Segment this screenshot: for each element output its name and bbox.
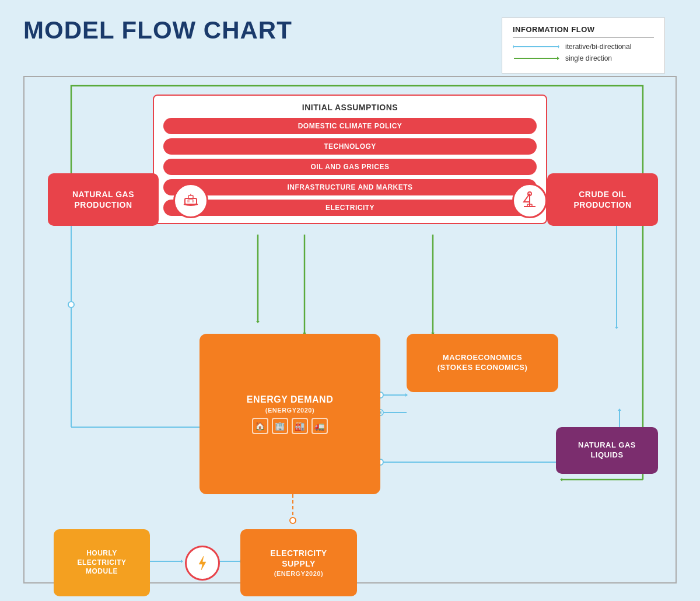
building-icon: 🏢 xyxy=(272,418,288,434)
energy-demand-label: ENERGY DEMAND xyxy=(247,394,333,406)
svg-marker-4 xyxy=(557,57,559,60)
svg-point-41 xyxy=(290,518,296,523)
page-title: MODEL FLOW CHART xyxy=(23,16,292,44)
assumption-technology: TECHNOLOGY xyxy=(163,138,537,155)
legend-label-blue: iterative/bi-directional xyxy=(565,43,631,51)
lightning-icon-circle xyxy=(185,546,220,581)
svg-point-29 xyxy=(68,302,74,308)
electricity-supply-box: ELECTRICITYSUPPLY (ENERGY2020) xyxy=(240,529,357,596)
lightning-icon xyxy=(193,554,212,572)
svg-marker-2 xyxy=(513,45,514,48)
crude-oil-production-box: CRUDE OILPRODUCTION xyxy=(547,173,658,226)
legend-item-green: single direction xyxy=(513,54,654,62)
svg-marker-1 xyxy=(558,45,559,48)
hourly-electricity-box: HOURLYELECTRICITYMODULE xyxy=(54,529,150,596)
single-direction-arrow-icon xyxy=(513,55,559,62)
page: MODEL FLOW CHART INFORMATION FLOW iterat… xyxy=(0,0,700,601)
ship-icon xyxy=(180,190,201,211)
home-icon: 🏠 xyxy=(252,418,268,434)
svg-marker-44 xyxy=(181,560,183,563)
natural-gas-production-label: NATURAL GASPRODUCTION xyxy=(72,189,134,210)
svg-rect-54 xyxy=(192,200,194,202)
legend-item-blue: iterative/bi-directional xyxy=(513,43,654,51)
ship-icon-circle xyxy=(173,183,208,218)
electricity-supply-label: ELECTRICITYSUPPLY xyxy=(270,548,327,569)
assumption-infrastructure: INFRASTRUCTURE AND MARKETS xyxy=(163,179,537,195)
diagram: INITIAL ASSUMPTIONS DOMESTIC CLIMATE POL… xyxy=(23,76,677,583)
crude-oil-production-label: CRUDE OILPRODUCTION xyxy=(573,189,631,210)
hourly-electricity-label: HOURLYELECTRICITYMODULE xyxy=(77,549,126,576)
electricity-supply-sub: (ENERGY2020) xyxy=(274,569,323,578)
ngl-label: NATURAL GASLIQUIDS xyxy=(578,441,636,460)
assumptions-box: INITIAL ASSUMPTIONS DOMESTIC CLIMATE POL… xyxy=(153,95,547,224)
assumption-electricity: ELECTRICITY xyxy=(163,200,537,216)
natural-gas-production-box: NATURAL GASPRODUCTION xyxy=(48,173,159,226)
assumptions-title: INITIAL ASSUMPTIONS xyxy=(163,103,537,112)
ngl-box: NATURAL GASLIQUIDS xyxy=(556,427,658,474)
oil-pump-icon-circle xyxy=(512,183,547,218)
energy-demand-icons: 🏠 🏢 🏭 🚛 xyxy=(252,418,328,434)
legend-title: INFORMATION FLOW xyxy=(513,25,654,38)
oil-pump-icon xyxy=(519,190,540,211)
truck-icon: 🚛 xyxy=(312,418,328,434)
svg-marker-49 xyxy=(615,327,618,329)
svg-marker-59 xyxy=(199,556,206,570)
macroeconomics-label: MACROECONOMICS(STOKES ECONOMICS) xyxy=(438,353,528,373)
energy-demand-sub: (ENERGY2020) xyxy=(265,406,314,414)
svg-marker-39 xyxy=(618,408,621,411)
factory-icon: 🏭 xyxy=(292,418,308,434)
macroeconomics-box: MACROECONOMICS(STOKES ECONOMICS) xyxy=(407,334,558,392)
svg-marker-22 xyxy=(405,393,408,397)
legend: INFORMATION FLOW iterative/bi-directiona… xyxy=(502,18,665,74)
svg-marker-7 xyxy=(256,321,260,323)
svg-marker-32 xyxy=(560,478,562,481)
legend-label-green: single direction xyxy=(565,54,612,62)
bidirectional-arrow-icon xyxy=(513,43,559,50)
assumption-oil-gas: OIL AND GAS PRICES xyxy=(163,159,537,175)
assumption-climate: DOMESTIC CLIMATE POLICY xyxy=(163,118,537,134)
energy-demand-box: ENERGY DEMAND (ENERGY2020) 🏠 🏢 🏭 🚛 xyxy=(200,334,380,494)
svg-rect-53 xyxy=(187,200,190,202)
